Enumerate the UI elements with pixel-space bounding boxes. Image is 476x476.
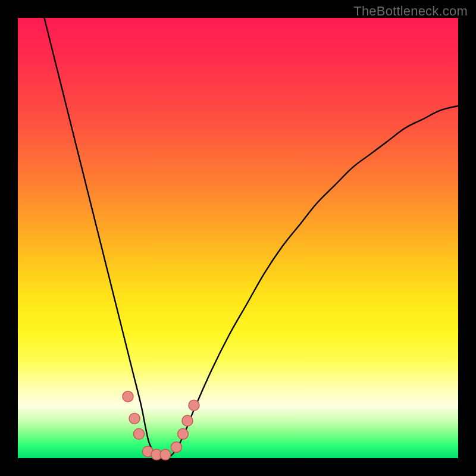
curve-layer <box>18 18 458 458</box>
data-marker <box>129 413 140 424</box>
data-marker <box>171 442 181 453</box>
data-markers <box>123 391 199 460</box>
bottleneck-curve <box>44 18 458 460</box>
plot-area <box>18 18 458 458</box>
data-marker <box>178 428 189 439</box>
data-marker <box>160 449 171 460</box>
chart-frame: TheBottleneck.com <box>0 0 476 476</box>
data-marker <box>134 428 145 439</box>
data-marker <box>189 400 199 411</box>
watermark-label: TheBottleneck.com <box>353 4 468 19</box>
data-marker <box>182 415 193 426</box>
data-marker <box>123 391 133 402</box>
